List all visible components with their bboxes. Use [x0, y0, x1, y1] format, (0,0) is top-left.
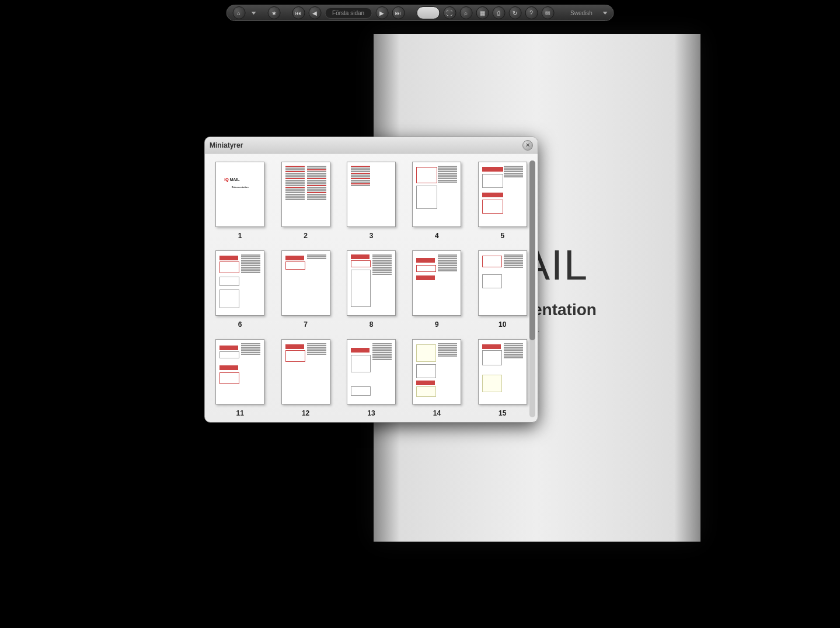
thumb-5[interactable]: 5: [476, 162, 529, 240]
thumb-page: [478, 162, 527, 227]
thumb-number: 5: [500, 232, 504, 240]
thumb-number: 4: [435, 232, 439, 240]
thumb-6[interactable]: 6: [213, 250, 267, 329]
thumb-1[interactable]: iQ MAIL Dokumentation 1: [213, 162, 267, 240]
next-icon: ▶: [379, 10, 384, 16]
thumb-number: 9: [435, 320, 439, 329]
panel-body: iQ MAIL Dokumentation 1: [205, 153, 538, 422]
search-icon: ⌕: [464, 10, 468, 16]
tool-search[interactable]: ⌕: [459, 6, 472, 19]
tool-print[interactable]: ⎙: [492, 6, 505, 19]
thumb-4[interactable]: 4: [410, 162, 463, 240]
thumb-number: 10: [499, 320, 506, 329]
tool-refresh[interactable]: ↻: [508, 6, 521, 19]
page-label: Första sidan: [325, 8, 372, 19]
thumb-number: 1: [238, 232, 242, 240]
thumb-15[interactable]: 15: [476, 339, 529, 417]
refresh-icon: ↻: [513, 10, 517, 16]
thumb-number: 12: [302, 409, 309, 417]
fullscreen-icon: ⛶: [447, 10, 452, 16]
thumbnails-panel: Miniatyrer ✕ iQ MAIL Dokumentation 1: [204, 137, 538, 423]
scrollbar[interactable]: [529, 161, 535, 417]
first-icon: ⏮: [295, 10, 301, 16]
thumb-number: 2: [304, 232, 308, 240]
last-icon: ⏭: [395, 10, 401, 16]
thumb-10[interactable]: 10: [476, 250, 529, 329]
thumb-page: [347, 162, 396, 227]
cover-logo: iQ MAIL: [224, 177, 239, 182]
nav-first[interactable]: ⏮: [292, 6, 305, 19]
thumb-page: [215, 339, 264, 404]
tool-fullscreen[interactable]: ⛶: [443, 6, 456, 19]
close-button[interactable]: ✕: [522, 140, 533, 151]
tool-button-star[interactable]: ★: [267, 6, 280, 19]
thumb-number: 13: [367, 409, 375, 417]
thumb-number: 8: [370, 320, 374, 329]
thumb-11[interactable]: 11: [213, 339, 267, 417]
language-label[interactable]: Swedish: [566, 10, 597, 16]
thumb-page: [281, 162, 330, 227]
chevron-down-icon[interactable]: [251, 12, 256, 15]
prev-icon: ◀: [312, 10, 317, 16]
panel-header: Miniatyrer ✕: [205, 137, 538, 153]
thumb-page: [412, 162, 461, 227]
view-mode-button[interactable]: [416, 6, 440, 19]
toolbar: ⌂ ★ ⏮ ◀ Första sidan ▶ ⏭ ⛶ ⌕ ▦ ⎙ ↻ ? ✉ S…: [226, 5, 614, 21]
thumb-2[interactable]: 2: [278, 162, 332, 240]
close-icon: ✕: [525, 142, 530, 148]
mail-icon: ✉: [545, 10, 550, 16]
thumb-page: [347, 339, 396, 404]
help-icon: ?: [529, 10, 533, 16]
cover-sub: Dokumentation: [216, 186, 264, 189]
tool-help[interactable]: ?: [525, 6, 538, 19]
thumb-page: [215, 250, 264, 316]
thumb-9[interactable]: 9: [410, 250, 463, 329]
thumb-page: [281, 250, 330, 316]
thumb-page: [478, 250, 527, 316]
nav-prev[interactable]: ◀: [308, 6, 321, 19]
thumb-number: 14: [433, 409, 441, 417]
print-icon: ⎙: [497, 10, 500, 16]
generic-icon: ⌂: [237, 10, 241, 16]
thumb-number: 3: [370, 232, 374, 240]
thumb-8[interactable]: 8: [344, 250, 398, 329]
thumb-page: [478, 339, 527, 404]
star-icon: ★: [271, 10, 277, 16]
thumb-7[interactable]: 7: [278, 250, 332, 329]
tool-button-a[interactable]: ⌂: [232, 6, 245, 19]
thumb-14[interactable]: 14: [410, 339, 463, 417]
thumb-12[interactable]: 12: [278, 339, 332, 417]
thumb-number: 7: [304, 320, 308, 329]
thumb-page: iQ MAIL Dokumentation: [215, 162, 264, 227]
chevron-down-icon[interactable]: [603, 12, 608, 15]
thumb-3[interactable]: 3: [344, 162, 398, 240]
thumb-page: [412, 339, 461, 404]
thumb-number: 15: [499, 409, 506, 417]
tool-grid[interactable]: ▦: [476, 6, 489, 19]
thumb-13[interactable]: 13: [344, 339, 398, 417]
nav-next[interactable]: ▶: [375, 6, 388, 19]
thumb-number: 6: [238, 320, 242, 329]
nav-last[interactable]: ⏭: [392, 6, 405, 19]
thumb-page: [347, 250, 396, 316]
thumb-number: 11: [236, 409, 244, 417]
thumbnails-grid: iQ MAIL Dokumentation 1: [213, 162, 529, 417]
panel-title: Miniatyrer: [210, 141, 243, 149]
tool-mail[interactable]: ✉: [541, 6, 554, 19]
thumb-page: [281, 339, 330, 404]
thumb-page: [412, 250, 461, 316]
grid-icon: ▦: [480, 10, 485, 16]
